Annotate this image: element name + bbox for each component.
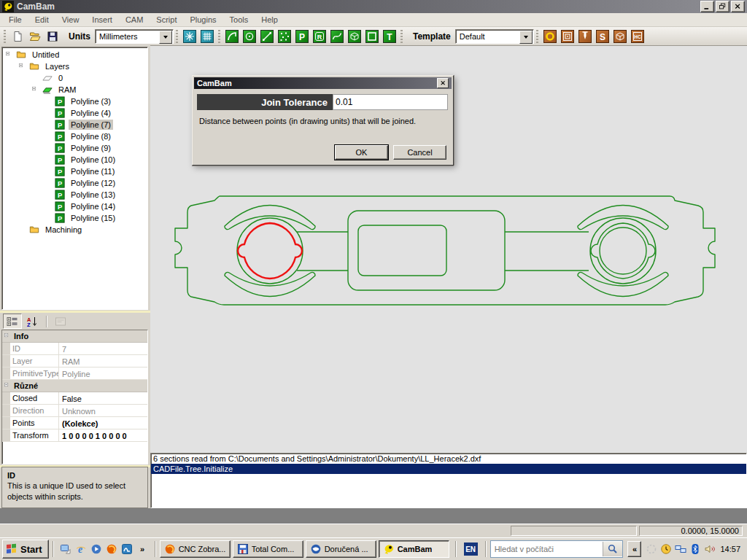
property-row[interactable]: Points(Kolekce) (2, 417, 147, 429)
tree-item[interactable]: PPolyline (10) (2, 154, 147, 166)
tree-item[interactable]: PPolyline (3) (2, 96, 147, 107)
close-button[interactable] (731, 1, 745, 12)
tree-item[interactable]: PPolyline (15) (2, 212, 147, 224)
text-button[interactable]: T (382, 28, 398, 44)
line-button[interactable] (259, 28, 275, 44)
tree-item[interactable]: RAM (2, 84, 147, 96)
template-combobox[interactable]: Default (455, 29, 534, 44)
property-row[interactable]: DirectionUnknown (2, 405, 147, 417)
tree-item[interactable]: PPolyline (11) (2, 166, 147, 177)
points-button[interactable] (276, 28, 293, 44)
tree-item[interactable]: Untitled (2, 49, 147, 61)
cancel-button[interactable]: Cancel (393, 145, 446, 160)
ok-button[interactable]: OK (335, 145, 388, 160)
overflow-chevron-icon[interactable]: » (136, 542, 149, 556)
property-row[interactable]: PrimitiveTypePolyline (2, 368, 147, 380)
log-line[interactable]: 6 sections read from C:\Documents and Se… (151, 454, 746, 464)
heightmap-button[interactable]: HC (630, 28, 646, 44)
tree-item[interactable]: Layers (2, 61, 147, 72)
menu-script[interactable]: Script (150, 14, 183, 26)
property-row[interactable]: Transform1 0 0 0 0 1 0 0 0 0 (2, 429, 147, 442)
dialog-close-icon[interactable] (437, 78, 449, 88)
open-folder-button[interactable] (27, 28, 43, 44)
log-line[interactable]: CADFile.Tree.Initialize (151, 464, 746, 474)
property-row[interactable]: ID7 (2, 343, 147, 355)
menu-help[interactable]: Help (255, 14, 285, 26)
property-category[interactable]: Různé (2, 380, 147, 392)
rectangle-button[interactable]: R (311, 28, 328, 44)
new-document-button[interactable] (9, 28, 26, 44)
menu-edit[interactable]: Edit (28, 14, 55, 26)
chevron-down-icon[interactable] (519, 31, 533, 44)
collapse-icon[interactable] (4, 333, 11, 340)
categorized-button[interactable] (3, 314, 22, 329)
grid-button[interactable] (199, 28, 215, 44)
task-button-cambam[interactable]: CamBam (379, 540, 449, 558)
collapse-icon[interactable] (32, 87, 39, 93)
start-button[interactable]: Start (2, 540, 49, 559)
dialog-titlebar[interactable]: CamBam (194, 77, 452, 89)
circle-button[interactable] (241, 28, 258, 44)
message-log[interactable]: 6 sections read from C:\Documents and Se… (150, 453, 747, 508)
restore-button[interactable] (716, 1, 729, 12)
property-row[interactable]: LayerRAM (2, 355, 147, 368)
tree-item[interactable]: PPolyline (4) (2, 107, 147, 119)
network-icon[interactable] (675, 543, 686, 555)
polyline-button[interactable]: P (294, 28, 310, 44)
collapse-tray-button[interactable]: « (627, 541, 641, 557)
menu-file[interactable]: File (2, 14, 28, 26)
spline-button[interactable] (329, 28, 345, 44)
join-tolerance-input[interactable] (333, 94, 448, 110)
drill-button[interactable] (577, 28, 593, 44)
tree-item[interactable]: PPolyline (8) (2, 131, 147, 142)
collapse-icon[interactable] (4, 383, 11, 389)
chevron-down-icon[interactable] (159, 31, 172, 44)
menu-plugins[interactable]: Plugins (183, 14, 222, 26)
bluetooth-icon[interactable] (689, 543, 701, 555)
property-category[interactable]: Info (2, 330, 147, 343)
tree-item[interactable]: PPolyline (7) (2, 119, 147, 131)
cad-app-icon[interactable] (121, 543, 133, 555)
language-indicator[interactable]: EN (464, 542, 478, 556)
menu-view[interactable]: View (55, 14, 86, 26)
media-player-icon[interactable] (90, 543, 102, 555)
save-button[interactable] (44, 28, 61, 44)
menu-cam[interactable]: CAM (119, 14, 150, 26)
firefox-icon[interactable] (106, 543, 117, 555)
drill-icon (578, 30, 592, 43)
tree-item[interactable]: PPolyline (12) (2, 177, 147, 189)
tree-item[interactable]: 0 (2, 72, 147, 84)
snap-points-button[interactable] (182, 28, 198, 44)
engrave-button[interactable]: S (595, 28, 611, 44)
solid-button[interactable] (612, 28, 628, 44)
units-combobox[interactable]: Millimeters (95, 29, 174, 44)
dashed-circle-icon[interactable] (646, 543, 657, 555)
property-row[interactable]: ClosedFalse (2, 392, 147, 405)
tree-item[interactable]: Machining (2, 224, 147, 236)
volume-icon[interactable] (704, 543, 716, 555)
toolpath-button[interactable] (542, 28, 558, 44)
square-button[interactable] (364, 28, 380, 44)
show-desktop-icon[interactable] (60, 543, 71, 555)
search-button[interactable] (603, 542, 622, 556)
clock-icon[interactable] (660, 543, 672, 555)
menu-tools[interactable]: Tools (223, 14, 255, 26)
units-value: Millimeters (99, 32, 138, 41)
tree-item[interactable]: PPolyline (14) (2, 201, 147, 212)
search-input[interactable] (491, 545, 603, 553)
collapse-icon[interactable] (6, 52, 12, 58)
task-button-doru-en-[interactable]: Doručená ... (306, 540, 376, 558)
alphabetical-button[interactable]: AZ (23, 314, 42, 329)
collapse-icon[interactable] (19, 63, 26, 70)
tree-item[interactable]: PPolyline (13) (2, 189, 147, 201)
internet-explorer-icon[interactable]: e (75, 543, 87, 555)
menu-insert[interactable]: Insert (85, 14, 119, 26)
surface-button[interactable] (347, 28, 363, 44)
property-pages-button[interactable] (51, 314, 70, 329)
arc-button[interactable] (224, 28, 240, 44)
task-button-total-com-[interactable]: Total Com... (233, 540, 303, 558)
task-button-cnc-zobra-[interactable]: CNC Zobra... (160, 540, 231, 558)
tree-item[interactable]: PPolyline (9) (2, 142, 147, 154)
pocket-button[interactable] (560, 28, 576, 44)
minimize-button[interactable] (700, 1, 714, 12)
